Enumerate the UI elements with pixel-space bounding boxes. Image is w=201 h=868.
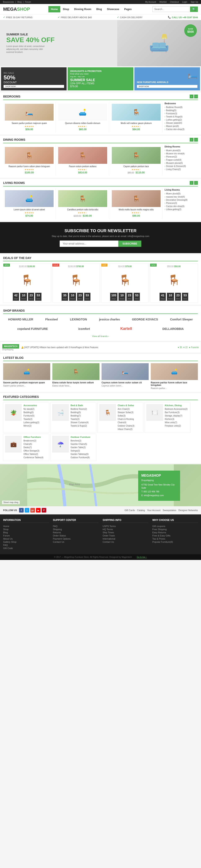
sidebar-list-item[interactable]: Muem pluvid(5) (165, 149, 198, 152)
cat-item[interactable]: Chairs(5) (24, 442, 43, 446)
cat-item[interactable]: Office Storage(3) (24, 449, 43, 453)
sidebar-list-item[interactable]: Decorative Dressing(8) (165, 198, 198, 202)
footer-link[interactable]: Home (3, 525, 49, 527)
cat-item[interactable]: Lothes-getting(2) (24, 421, 39, 424)
youtube-icon[interactable]: ▶ (36, 508, 41, 513)
topbar-checkout[interactable]: Checkout (170, 1, 179, 3)
footer-link[interactable]: HQ Terms (103, 528, 148, 531)
cat-item[interactable]: Towels & Rugs(2) (71, 424, 89, 428)
brand-icomfort[interactable]: icomfort (75, 326, 93, 332)
footer-link[interactable]: Order Track (103, 534, 148, 537)
footer-link[interactable]: Payment Options (53, 537, 99, 540)
brand-howard[interactable]: HOWARD MILLER (5, 316, 36, 323)
footer-link[interactable]: About Us (3, 537, 49, 540)
sidebar-list-item[interactable]: Shower plated(4) (165, 121, 198, 125)
sidebar-list-item[interactable]: Cactus stor-shop(3) (165, 128, 198, 131)
topbar-blog[interactable]: Blog (18, 1, 22, 3)
footer-link[interactable]: USPS Terms (103, 525, 148, 527)
cat-item[interactable]: Bedroom Accessories(2) (165, 407, 188, 411)
sidebar-list-item[interactable]: Furniture(3) (165, 112, 198, 115)
nav-dining[interactable]: Dinning Room (72, 6, 94, 12)
search-button[interactable]: 🔍 (190, 6, 198, 12)
cat-item[interactable]: Outdoor Furniture(8) (71, 456, 91, 459)
newsletter-button[interactable]: SUBSCRIBE (118, 241, 141, 247)
sidebar-list-item[interactable]: Lithea-getting(2) (165, 208, 198, 211)
sidebar-list-item[interactable]: Dresser & Dresser(8) (165, 165, 198, 168)
newsletter-input[interactable] (60, 241, 118, 247)
brand-della[interactable]: DELLAROBBIA (159, 326, 187, 332)
cat-item[interactable]: Conference Tables(4) (24, 456, 43, 459)
sidebar-list-item[interactable]: Towels & Rugs(5) (165, 115, 198, 118)
brand-flexsteel[interactable]: Flexsteel (42, 316, 61, 323)
twitter-icon[interactable]: t (25, 508, 29, 513)
sidebar-list-item[interactable]: Living Chairs(2) (165, 168, 198, 171)
magentech-action-fav[interactable]: ★ Favorite (189, 346, 199, 348)
cat-item[interactable]: Towels(2) (71, 417, 89, 421)
cat-item[interactable]: Chairs & Rocking Chairs(4) (118, 417, 141, 424)
footer-link[interactable]: Contact Us (53, 540, 99, 543)
nav-pages[interactable]: Pages (122, 6, 134, 12)
living-next[interactable]: › (194, 181, 198, 185)
sidebar-list-item[interactable]: Museon triv virod(4) (165, 152, 198, 155)
footer-link[interactable]: Popular Furniture(8) (153, 540, 198, 543)
nav-home[interactable]: Home (48, 6, 60, 12)
cat-item[interactable]: Garden Table(2) (71, 446, 91, 449)
footer-link[interactable]: Blog (3, 531, 49, 534)
nav-shop[interactable]: Shop (60, 6, 72, 12)
cat-item[interactable]: Storage, display(7) (165, 414, 188, 417)
facebook-icon[interactable]: f (19, 508, 24, 513)
cat-item[interactable]: Bar Furniture(3) (165, 411, 188, 414)
cat-item[interactable]: Bedding(7) (71, 414, 89, 417)
social-sweepstakes[interactable]: Sweepstakes (163, 509, 176, 512)
sidebar-list-item[interactable]: nausea trav virod(4) (165, 195, 198, 198)
footer-link[interactable]: Forum (3, 534, 49, 537)
cat-item[interactable]: Sleeper Sofas(3) (118, 411, 141, 414)
cat-title[interactable]: Accessories (24, 404, 39, 407)
social-designer[interactable]: Designer Networks (178, 509, 198, 512)
topbar-forum[interactable]: Forum (25, 1, 31, 3)
cat-item[interactable]: Bedding(5) (71, 411, 89, 414)
cat-title[interactable]: Chairs & Sofas (118, 404, 141, 407)
footer-link[interactable]: FAQ (53, 525, 99, 527)
cat-item[interactable]: Benches(2) (71, 439, 91, 442)
cat-title[interactable]: Outdoor Furniture (71, 436, 91, 438)
cat-item[interactable]: Sofas(3) (118, 414, 141, 417)
footer-link[interactable]: Ship Times (103, 531, 148, 534)
cat-item[interactable]: Office Tables(2) (24, 453, 43, 456)
footer-link[interactable]: Shop (3, 528, 49, 531)
nav-blog[interactable]: Blog (94, 6, 104, 12)
cat-title[interactable]: Office Furniture (24, 436, 43, 438)
footer-link[interactable]: Gift coupons (153, 525, 198, 527)
search-input[interactable] (153, 6, 190, 12)
brand-lexington[interactable]: LEXINGTON (67, 316, 90, 323)
cat-title[interactable]: Kitchen, Dining (165, 404, 188, 407)
cat-item[interactable]: Desks(7) (24, 446, 43, 449)
footer-link[interactable]: Gift Code (3, 547, 49, 550)
sidebar-list-item[interactable]: Bedding(5) (165, 109, 198, 112)
view-all-link[interactable]: View all brands › (92, 335, 109, 337)
sidebar-list-item[interactable]: Musaem pluvia(5) (165, 161, 198, 165)
pinterest-icon[interactable]: P (42, 508, 46, 513)
brand-jessica[interactable]: jessica charles (96, 316, 123, 323)
promo-new-btn[interactable]: SHOP NOW (137, 85, 197, 88)
cat-item[interactable]: Shower Curtains(4) (71, 421, 89, 424)
sidebar-list-item[interactable]: Muem pluvid(5) (165, 192, 198, 195)
dining-next[interactable]: › (194, 138, 198, 142)
bedrooms-next[interactable]: › (194, 95, 198, 98)
map-street-label[interactable]: Street map drag (2, 501, 20, 504)
cat-item[interactable]: Breakroom(2) (24, 439, 43, 442)
footer-link[interactable]: Easy Returns (153, 531, 198, 534)
footer-link[interactable]: Top & Prizes (153, 537, 198, 540)
cat-title[interactable]: Bed & Bath (71, 404, 89, 407)
cat-item[interactable]: Inface Chairs(2) (118, 428, 141, 431)
cat-item[interactable]: Bedtime Room(2) (71, 407, 89, 411)
brand-comfort[interactable]: Comfort Sleeper (167, 316, 196, 323)
footer-link[interactable]: Contact Us (103, 540, 148, 543)
promo-shop-btn[interactable]: SHOP NOW (4, 85, 64, 88)
footer-link[interactable]: Returns (53, 531, 99, 534)
topbar-brazavones[interactable]: Brazavones (3, 1, 14, 3)
footer-go-top[interactable]: Go to top ↑ (137, 556, 147, 558)
footer-link[interactable]: International (103, 537, 148, 540)
brand-kartell[interactable]: Kartell (117, 325, 135, 333)
footer-link[interactable]: Gallery Shop (3, 540, 49, 543)
